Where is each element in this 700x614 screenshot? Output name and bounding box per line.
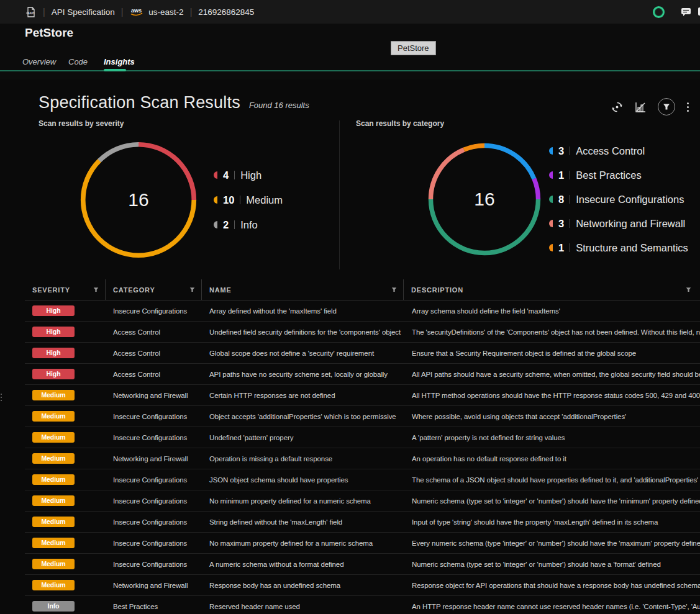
cell-description: Ensure that a Security Requirement objec…	[404, 350, 700, 357]
legend-value: 10	[223, 194, 234, 206]
legend-marker	[214, 221, 217, 228]
panel-drag-handle[interactable]	[1, 394, 2, 401]
cell-category: Insecure Configurations	[106, 476, 202, 484]
legend-marker	[549, 171, 553, 179]
table-row[interactable]: MediumInsecure ConfigurationsJSON object…	[25, 469, 700, 490]
cell-category: Networking and Firewall	[106, 582, 202, 589]
svg-text:aws: aws	[131, 7, 142, 14]
cell-name: String defined without the 'maxLength' f…	[202, 518, 404, 526]
severity-badge: High	[32, 348, 75, 358]
tab-code[interactable]: Code	[68, 57, 88, 66]
table-row[interactable]: MediumInsecure ConfigurationsUndefined '…	[25, 427, 700, 448]
table-row[interactable]: HighAccess ControlGlobal scope does not …	[25, 343, 700, 364]
legend-divider	[234, 171, 235, 179]
toggle-charts-icon[interactable]	[634, 101, 647, 114]
legend-label: Access Control	[576, 145, 645, 157]
scan-results-panel: Specification Scan Results Found 16 resu…	[0, 79, 700, 614]
severity-donut-total: 16	[79, 140, 198, 260]
legend-item-networking-and-firewall[interactable]: 3Networking and Firewall	[549, 217, 688, 230]
table-row[interactable]: MediumInsecure ConfigurationsObject acce…	[25, 406, 700, 427]
filter-funnel-icon	[391, 287, 397, 292]
cell-description: All API paths should have a security sch…	[404, 371, 700, 378]
table-row[interactable]: MediumNetworking and FirewallCertain HTT…	[25, 385, 700, 406]
severity-badge: Medium	[32, 580, 75, 590]
more-options-icon[interactable]	[686, 101, 690, 113]
table-row[interactable]: InfoBest PracticesReserved header name u…	[25, 596, 700, 614]
refresh-icon[interactable]	[611, 101, 624, 114]
breadcrumb-account-id: 216926862845	[198, 7, 254, 17]
cell-category: Access Control	[106, 328, 202, 336]
column-header-category[interactable]: CATEGORY	[106, 279, 202, 300]
column-header-description[interactable]: DESCRIPTION	[404, 279, 700, 300]
page-title: PetStore	[25, 26, 73, 40]
legend-item-insecure-configurations[interactable]: 8Insecure Configurations	[549, 193, 688, 205]
category-chart-legend: 3Access Control1Best Practices8Insecure …	[549, 145, 688, 254]
table-row[interactable]: HighAccess ControlUndefined field securi…	[25, 322, 700, 343]
severity-badge: Medium	[32, 517, 75, 527]
cell-name: Undefined 'pattern' propery	[202, 434, 404, 441]
legend-value: 1	[558, 169, 564, 181]
cell-category: Insecure Configurations	[106, 307, 202, 315]
aws-logo-icon: aws	[129, 7, 144, 17]
legend-divider	[570, 243, 570, 252]
cell-description: The schema of a JSON object should have …	[404, 476, 700, 484]
filter-funnel-icon	[93, 287, 99, 292]
legend-marker	[549, 147, 553, 155]
table-row[interactable]: HighAccess ControlAPI paths have no secu…	[25, 364, 700, 385]
breadcrumb-separator: |	[43, 7, 45, 17]
legend-label: Medium	[246, 194, 283, 206]
table-row[interactable]: MediumNetworking and FirewallResponse bo…	[25, 575, 700, 596]
filter-button[interactable]	[658, 98, 675, 115]
cell-name: Certain HTTP responses are not defined	[202, 392, 404, 399]
table-row[interactable]: MediumInsecure ConfigurationsNo minimum …	[25, 490, 700, 512]
legend-item-medium[interactable]: 10Medium	[214, 194, 283, 206]
cell-name: Operation is missing a default response	[202, 455, 404, 463]
legend-item-best-practices[interactable]: 1Best Practices	[549, 169, 688, 181]
cell-name: Reserved header name used	[202, 603, 404, 610]
filter-funnel-icon	[189, 287, 195, 292]
cell-category: Networking and Firewall	[106, 455, 202, 463]
severity-badge: Info	[32, 601, 75, 612]
status-ring-icon[interactable]	[653, 6, 665, 18]
table-row[interactable]: MediumInsecure ConfigurationsA numeric s…	[25, 554, 700, 575]
column-header-severity[interactable]: SEVERITY	[25, 279, 106, 300]
severity-badge: Medium	[32, 538, 75, 548]
table-row[interactable]: MediumNetworking and FirewallOperation i…	[25, 448, 700, 469]
cell-category: Insecure Configurations	[106, 497, 202, 505]
chat-icon[interactable]	[681, 7, 691, 17]
legend-item-structure-and-semantics[interactable]: 1Structure and Semantics	[549, 242, 688, 254]
legend-divider	[240, 196, 240, 204]
cell-name: Undefined field security definitions for…	[202, 328, 404, 336]
column-header-name[interactable]: NAME	[202, 279, 404, 300]
tab-insights[interactable]: Insights	[104, 57, 135, 66]
legend-item-access-control[interactable]: 3Access Control	[549, 145, 688, 157]
cell-category: Insecure Configurations	[106, 518, 202, 526]
table-row[interactable]: MediumInsecure ConfigurationsNo maximum …	[25, 533, 700, 554]
cell-name: JSON object schema should have propertie…	[202, 476, 404, 484]
top-bar: API | API Specification | aws us-east-2 …	[0, 0, 700, 24]
table-body: HighInsecure ConfigurationsArray defined…	[25, 300, 700, 614]
legend-label: Insecure Configurations	[576, 194, 684, 205]
legend-item-high[interactable]: 4High	[214, 169, 283, 181]
tab-overview[interactable]: Overview	[22, 57, 56, 66]
cell-description: All HTTP method operations should have t…	[404, 392, 700, 399]
breadcrumb-separator: |	[121, 7, 124, 17]
severity-badge: Medium	[32, 432, 75, 443]
table-row[interactable]: HighInsecure ConfigurationsArray defined…	[25, 300, 700, 322]
cell-description: Array schema should define the field 'ma…	[404, 307, 700, 315]
api-file-icon[interactable]: API	[25, 6, 37, 18]
cell-description: An operation has no default response def…	[404, 455, 700, 463]
legend-item-info[interactable]: 2Info	[214, 219, 283, 231]
legend-divider	[570, 195, 570, 204]
breadcrumb-region[interactable]: us-east-2	[148, 7, 183, 17]
severity-chart-title: Scan results by severity	[39, 119, 124, 128]
breadcrumb-product[interactable]: API Specification	[52, 7, 115, 17]
legend-marker	[549, 244, 553, 251]
chart-section-divider	[339, 120, 340, 269]
table-row[interactable]: MediumInsecure ConfigurationsString defi…	[25, 512, 700, 533]
active-tab-indicator	[104, 69, 126, 71]
panel-toolbar	[611, 98, 690, 115]
severity-badge: Medium	[32, 495, 75, 506]
legend-marker	[549, 196, 553, 203]
severity-badge: High	[32, 305, 75, 316]
